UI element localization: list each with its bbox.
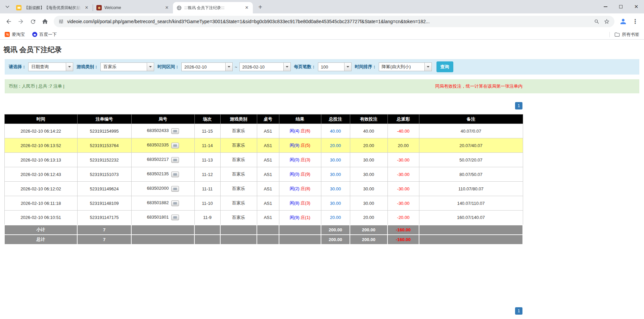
- replay-video-icon[interactable]: [171, 200, 179, 206]
- url-text[interactable]: videoie.com/ipl/portal.php/game/betrecor…: [67, 19, 590, 24]
- total-bet-link[interactable]: 20.00: [330, 143, 341, 148]
- sort-select[interactable]: 降冪(由大到小): [379, 62, 432, 71]
- profile-avatar[interactable]: [617, 15, 629, 28]
- welcome-favicon-icon: [96, 5, 102, 10]
- column-header: 结果: [279, 115, 321, 124]
- payout-value: -40.00: [397, 129, 410, 134]
- reload-button[interactable]: [27, 15, 39, 28]
- cell-round: 683502433: [131, 124, 194, 138]
- minimize-button[interactable]: [598, 0, 613, 13]
- table-row: 2026-02-10 06:12:43523191151073683502135…: [4, 167, 523, 182]
- column-header: 场次: [194, 115, 220, 124]
- result-player: 闲(2): [290, 186, 300, 191]
- total-bet-link[interactable]: 30.00: [330, 157, 341, 163]
- game-type-select[interactable]: 百家乐: [100, 62, 154, 71]
- tab-welcome[interactable]: Welcome ✕: [93, 2, 173, 13]
- forward-button[interactable]: [15, 15, 27, 28]
- query-type-select[interactable]: 日期查询: [28, 62, 73, 71]
- cell-session: 11-9: [194, 211, 220, 225]
- home-button[interactable]: [39, 15, 51, 28]
- tab-search-chevron-icon[interactable]: [3, 2, 12, 11]
- replay-video-icon[interactable]: [171, 172, 179, 177]
- total-bet-link[interactable]: 30.00: [330, 186, 341, 191]
- cell-session: 11-15: [194, 124, 220, 138]
- footer-label: 小计: [4, 225, 77, 235]
- replay-video-icon[interactable]: [171, 128, 179, 134]
- page-size-select[interactable]: 100: [318, 62, 352, 71]
- date-range-label: 时间区间：: [157, 64, 179, 70]
- footer-valid-bet: 200.00: [350, 225, 387, 235]
- tab-forum[interactable]: 【新提醒】【海燕优质回帖奖励 ✕: [13, 2, 93, 13]
- chevron-down-icon[interactable]: [283, 63, 290, 71]
- maximize-button[interactable]: [613, 0, 629, 13]
- replay-video-icon[interactable]: [171, 157, 179, 163]
- zoom-icon[interactable]: [594, 19, 600, 25]
- column-header: 时间: [4, 115, 77, 124]
- cell-remark: 80.07/50.07: [419, 167, 523, 182]
- all-bookmarks-button[interactable]: 所有书签: [609, 32, 639, 38]
- search-button[interactable]: 查询: [436, 61, 453, 72]
- result-banker: 庄(9): [301, 172, 310, 177]
- browser-menu-kebab-icon[interactable]: ⋮: [629, 15, 641, 28]
- close-window-button[interactable]: ✕: [629, 0, 644, 13]
- same-round-notice-text: 同局有效投注，统一计算在该局第一张注单内: [435, 83, 522, 89]
- page-1-button[interactable]: 1: [515, 307, 522, 315]
- cell-table-no: AS1: [257, 182, 279, 196]
- site-settings-icon[interactable]: [58, 19, 64, 24]
- cell-bet-id: 523191147175: [77, 211, 131, 225]
- address-bar[interactable]: videoie.com/ipl/portal.php/game/betrecor…: [54, 16, 614, 27]
- result-player: 闲(8): [290, 200, 300, 206]
- back-button[interactable]: [3, 15, 15, 28]
- payout-value: 20.00: [398, 143, 409, 148]
- cell-game-type: 百家乐: [220, 167, 257, 182]
- page-size-label: 每页笔数：: [294, 64, 316, 70]
- column-header: 有效投注: [350, 115, 387, 124]
- footer-payout: -160.00: [387, 225, 419, 235]
- cell-session: 11-14: [194, 138, 220, 153]
- chevron-down-icon[interactable]: [225, 63, 232, 71]
- cell-payout: -30.00: [387, 196, 419, 211]
- page-1-button[interactable]: 1: [515, 102, 522, 109]
- total-bet-link[interactable]: 30.00: [330, 201, 341, 206]
- payout-value: -30.00: [397, 157, 410, 163]
- cell-valid-bet: 20.00: [350, 138, 387, 153]
- chevron-down-icon[interactable]: [147, 63, 154, 71]
- cell-valid-bet: 30.00: [350, 196, 387, 211]
- total-bet-link[interactable]: 20.00: [330, 215, 341, 220]
- cell-table-no: AS1: [257, 167, 279, 182]
- close-tab-icon[interactable]: ✕: [84, 5, 89, 10]
- folder-icon: [614, 32, 620, 37]
- cell-remark: 140.07/110.07: [419, 196, 523, 211]
- date-to-picker[interactable]: 2026-02-10: [239, 62, 291, 71]
- bookmark-baidu[interactable]: 百度一下: [32, 32, 57, 38]
- footer-payout: -160.00: [387, 235, 419, 244]
- cell-bet-id: 523191148109: [77, 196, 131, 211]
- replay-video-icon[interactable]: [171, 215, 179, 220]
- chevron-down-icon[interactable]: [66, 63, 73, 71]
- cell-result: 闲(0) 庄(9): [279, 167, 321, 182]
- cell-game-type: 百家乐: [220, 196, 257, 211]
- column-header: 总派彩: [387, 115, 419, 124]
- total-bet-link[interactable]: 40.00: [330, 129, 341, 134]
- replay-video-icon[interactable]: [171, 186, 179, 192]
- tab-bet-record-active[interactable]: :::视讯 会员下注纪录::: ✕: [173, 2, 253, 13]
- total-bet-link[interactable]: 30.00: [330, 172, 341, 177]
- table-row: 2026-02-10 06:14:22523191154995683502433…: [4, 124, 523, 138]
- currency-summary-text: 币别：人民币 | 总共 :7 注单 |: [9, 83, 64, 89]
- date-from-picker[interactable]: 2026-02-10: [181, 62, 233, 71]
- replay-video-icon[interactable]: [171, 143, 179, 148]
- query-type-value: 日期查询: [29, 63, 66, 71]
- bookmark-taobao[interactable]: 淘 爱淘宝: [5, 32, 25, 38]
- cell-valid-bet: 20.00: [350, 211, 387, 225]
- new-tab-button[interactable]: +: [256, 2, 265, 12]
- chevron-down-icon[interactable]: [424, 63, 431, 71]
- cell-session: 11-11: [194, 182, 220, 196]
- cell-round: 683502135: [131, 167, 194, 182]
- close-tab-icon[interactable]: ✕: [244, 5, 249, 10]
- chevron-down-icon[interactable]: [344, 63, 351, 71]
- bookmark-star-icon[interactable]: [604, 18, 610, 25]
- close-tab-icon[interactable]: ✕: [164, 5, 170, 10]
- footer-total-bet: 200.00: [321, 235, 350, 244]
- footer-total-bet: 200.00: [321, 225, 350, 235]
- cell-payout: 20.00: [387, 138, 419, 153]
